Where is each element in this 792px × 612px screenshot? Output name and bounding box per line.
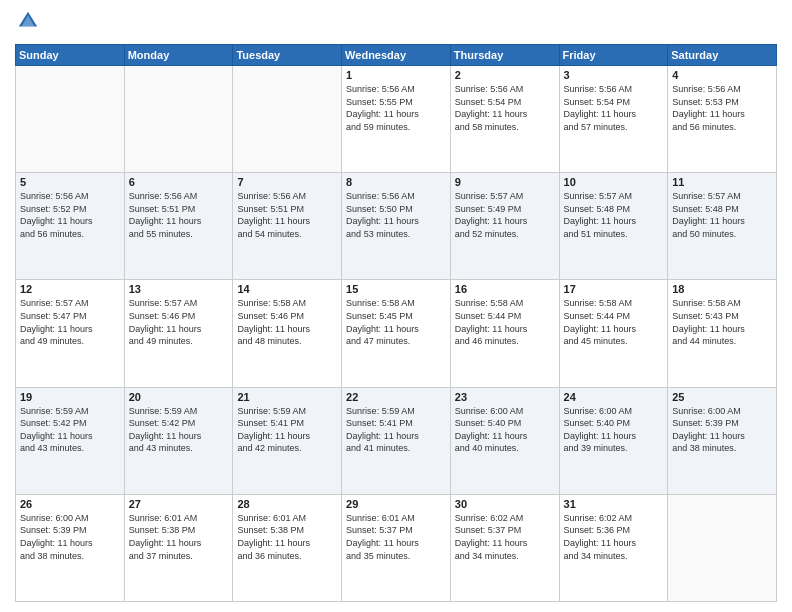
- day-number: 19: [20, 391, 120, 403]
- week-row-4: 19Sunrise: 5:59 AM Sunset: 5:42 PM Dayli…: [16, 387, 777, 494]
- calendar-page: SundayMondayTuesdayWednesdayThursdayFrid…: [0, 0, 792, 612]
- day-info: Sunrise: 6:01 AM Sunset: 5:38 PM Dayligh…: [237, 512, 337, 562]
- day-number: 27: [129, 498, 229, 510]
- day-info: Sunrise: 6:00 AM Sunset: 5:39 PM Dayligh…: [672, 405, 772, 455]
- calendar-cell: 4Sunrise: 5:56 AM Sunset: 5:53 PM Daylig…: [668, 66, 777, 173]
- day-info: Sunrise: 6:02 AM Sunset: 5:37 PM Dayligh…: [455, 512, 555, 562]
- calendar-cell: [124, 66, 233, 173]
- calendar-cell: 5Sunrise: 5:56 AM Sunset: 5:52 PM Daylig…: [16, 173, 125, 280]
- calendar-header-row: SundayMondayTuesdayWednesdayThursdayFrid…: [16, 45, 777, 66]
- day-number: 15: [346, 283, 446, 295]
- day-number: 2: [455, 69, 555, 81]
- day-info: Sunrise: 5:57 AM Sunset: 5:48 PM Dayligh…: [672, 190, 772, 240]
- day-header-monday: Monday: [124, 45, 233, 66]
- week-row-5: 26Sunrise: 6:00 AM Sunset: 5:39 PM Dayli…: [16, 494, 777, 601]
- day-header-wednesday: Wednesday: [342, 45, 451, 66]
- calendar-cell: 9Sunrise: 5:57 AM Sunset: 5:49 PM Daylig…: [450, 173, 559, 280]
- day-info: Sunrise: 5:56 AM Sunset: 5:51 PM Dayligh…: [129, 190, 229, 240]
- calendar-cell: 14Sunrise: 5:58 AM Sunset: 5:46 PM Dayli…: [233, 280, 342, 387]
- week-row-3: 12Sunrise: 5:57 AM Sunset: 5:47 PM Dayli…: [16, 280, 777, 387]
- calendar-cell: [233, 66, 342, 173]
- header: [15, 10, 777, 36]
- day-number: 29: [346, 498, 446, 510]
- day-number: 20: [129, 391, 229, 403]
- logo-icon: [17, 10, 39, 32]
- calendar-cell: 27Sunrise: 6:01 AM Sunset: 5:38 PM Dayli…: [124, 494, 233, 601]
- week-row-2: 5Sunrise: 5:56 AM Sunset: 5:52 PM Daylig…: [16, 173, 777, 280]
- calendar-cell: [16, 66, 125, 173]
- calendar-cell: 12Sunrise: 5:57 AM Sunset: 5:47 PM Dayli…: [16, 280, 125, 387]
- day-number: 8: [346, 176, 446, 188]
- day-number: 9: [455, 176, 555, 188]
- day-info: Sunrise: 5:59 AM Sunset: 5:41 PM Dayligh…: [237, 405, 337, 455]
- calendar-cell: 18Sunrise: 5:58 AM Sunset: 5:43 PM Dayli…: [668, 280, 777, 387]
- day-number: 16: [455, 283, 555, 295]
- calendar-cell: [668, 494, 777, 601]
- day-number: 17: [564, 283, 664, 295]
- day-number: 3: [564, 69, 664, 81]
- day-info: Sunrise: 5:57 AM Sunset: 5:49 PM Dayligh…: [455, 190, 555, 240]
- day-info: Sunrise: 6:00 AM Sunset: 5:40 PM Dayligh…: [455, 405, 555, 455]
- calendar-cell: 22Sunrise: 5:59 AM Sunset: 5:41 PM Dayli…: [342, 387, 451, 494]
- calendar-cell: 3Sunrise: 5:56 AM Sunset: 5:54 PM Daylig…: [559, 66, 668, 173]
- day-header-tuesday: Tuesday: [233, 45, 342, 66]
- day-info: Sunrise: 5:59 AM Sunset: 5:42 PM Dayligh…: [129, 405, 229, 455]
- calendar-cell: 20Sunrise: 5:59 AM Sunset: 5:42 PM Dayli…: [124, 387, 233, 494]
- calendar-cell: 13Sunrise: 5:57 AM Sunset: 5:46 PM Dayli…: [124, 280, 233, 387]
- calendar-cell: 8Sunrise: 5:56 AM Sunset: 5:50 PM Daylig…: [342, 173, 451, 280]
- calendar-cell: 30Sunrise: 6:02 AM Sunset: 5:37 PM Dayli…: [450, 494, 559, 601]
- calendar-cell: 7Sunrise: 5:56 AM Sunset: 5:51 PM Daylig…: [233, 173, 342, 280]
- day-info: Sunrise: 6:01 AM Sunset: 5:37 PM Dayligh…: [346, 512, 446, 562]
- day-header-friday: Friday: [559, 45, 668, 66]
- day-info: Sunrise: 5:56 AM Sunset: 5:50 PM Dayligh…: [346, 190, 446, 240]
- day-number: 14: [237, 283, 337, 295]
- day-info: Sunrise: 5:59 AM Sunset: 5:42 PM Dayligh…: [20, 405, 120, 455]
- calendar-cell: 31Sunrise: 6:02 AM Sunset: 5:36 PM Dayli…: [559, 494, 668, 601]
- day-number: 7: [237, 176, 337, 188]
- day-info: Sunrise: 5:57 AM Sunset: 5:48 PM Dayligh…: [564, 190, 664, 240]
- calendar-cell: 2Sunrise: 5:56 AM Sunset: 5:54 PM Daylig…: [450, 66, 559, 173]
- day-number: 11: [672, 176, 772, 188]
- day-info: Sunrise: 6:00 AM Sunset: 5:40 PM Dayligh…: [564, 405, 664, 455]
- day-number: 18: [672, 283, 772, 295]
- day-header-sunday: Sunday: [16, 45, 125, 66]
- day-info: Sunrise: 5:58 AM Sunset: 5:45 PM Dayligh…: [346, 297, 446, 347]
- calendar-cell: 17Sunrise: 5:58 AM Sunset: 5:44 PM Dayli…: [559, 280, 668, 387]
- day-info: Sunrise: 5:56 AM Sunset: 5:54 PM Dayligh…: [455, 83, 555, 133]
- day-number: 13: [129, 283, 229, 295]
- calendar-cell: 28Sunrise: 6:01 AM Sunset: 5:38 PM Dayli…: [233, 494, 342, 601]
- day-info: Sunrise: 5:59 AM Sunset: 5:41 PM Dayligh…: [346, 405, 446, 455]
- calendar-cell: 26Sunrise: 6:00 AM Sunset: 5:39 PM Dayli…: [16, 494, 125, 601]
- day-number: 22: [346, 391, 446, 403]
- day-number: 12: [20, 283, 120, 295]
- day-number: 21: [237, 391, 337, 403]
- day-info: Sunrise: 5:58 AM Sunset: 5:44 PM Dayligh…: [564, 297, 664, 347]
- day-info: Sunrise: 5:56 AM Sunset: 5:55 PM Dayligh…: [346, 83, 446, 133]
- day-number: 6: [129, 176, 229, 188]
- day-header-saturday: Saturday: [668, 45, 777, 66]
- calendar-cell: 1Sunrise: 5:56 AM Sunset: 5:55 PM Daylig…: [342, 66, 451, 173]
- calendar-cell: 16Sunrise: 5:58 AM Sunset: 5:44 PM Dayli…: [450, 280, 559, 387]
- day-number: 1: [346, 69, 446, 81]
- calendar-cell: 6Sunrise: 5:56 AM Sunset: 5:51 PM Daylig…: [124, 173, 233, 280]
- day-info: Sunrise: 6:01 AM Sunset: 5:38 PM Dayligh…: [129, 512, 229, 562]
- day-info: Sunrise: 6:00 AM Sunset: 5:39 PM Dayligh…: [20, 512, 120, 562]
- day-info: Sunrise: 5:56 AM Sunset: 5:53 PM Dayligh…: [672, 83, 772, 133]
- calendar-cell: 24Sunrise: 6:00 AM Sunset: 5:40 PM Dayli…: [559, 387, 668, 494]
- day-number: 30: [455, 498, 555, 510]
- day-number: 26: [20, 498, 120, 510]
- day-info: Sunrise: 5:58 AM Sunset: 5:46 PM Dayligh…: [237, 297, 337, 347]
- day-number: 24: [564, 391, 664, 403]
- calendar-cell: 19Sunrise: 5:59 AM Sunset: 5:42 PM Dayli…: [16, 387, 125, 494]
- day-number: 4: [672, 69, 772, 81]
- day-info: Sunrise: 5:56 AM Sunset: 5:54 PM Dayligh…: [564, 83, 664, 133]
- calendar-cell: 21Sunrise: 5:59 AM Sunset: 5:41 PM Dayli…: [233, 387, 342, 494]
- day-number: 25: [672, 391, 772, 403]
- day-info: Sunrise: 5:57 AM Sunset: 5:47 PM Dayligh…: [20, 297, 120, 347]
- day-number: 10: [564, 176, 664, 188]
- calendar-cell: 25Sunrise: 6:00 AM Sunset: 5:39 PM Dayli…: [668, 387, 777, 494]
- calendar-cell: 15Sunrise: 5:58 AM Sunset: 5:45 PM Dayli…: [342, 280, 451, 387]
- calendar-cell: 11Sunrise: 5:57 AM Sunset: 5:48 PM Dayli…: [668, 173, 777, 280]
- calendar-table: SundayMondayTuesdayWednesdayThursdayFrid…: [15, 44, 777, 602]
- day-info: Sunrise: 6:02 AM Sunset: 5:36 PM Dayligh…: [564, 512, 664, 562]
